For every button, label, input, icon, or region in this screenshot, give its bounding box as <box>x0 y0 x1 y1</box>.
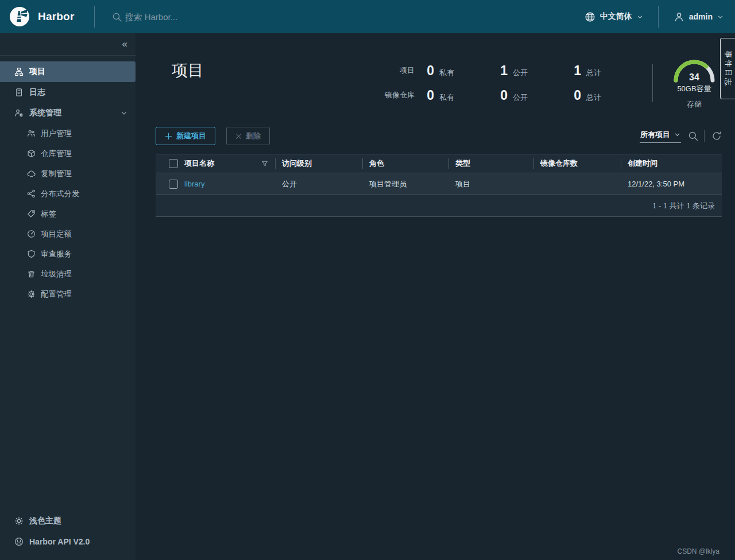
sidebar-item-administration[interactable]: 系统管理 <box>0 103 136 123</box>
select-all-checkbox[interactable] <box>169 159 178 168</box>
chevron-down-icon <box>717 14 724 20</box>
filter-icon[interactable] <box>261 160 268 167</box>
header-divider <box>94 6 95 28</box>
sun-icon <box>14 516 24 526</box>
header-divider <box>658 6 659 28</box>
stat-value: 1 <box>497 63 508 79</box>
sidebar-item-registries[interactable]: 仓库管理 <box>0 143 136 164</box>
row-checkbox[interactable] <box>169 180 178 189</box>
stat-label: 私有 <box>439 92 454 103</box>
sidebar-item-label: 浅色主题 <box>29 516 61 526</box>
table-header-row: 项目名称 访问级别 角色 类型 镜像仓库数 创建时间 <box>156 154 722 173</box>
quota-gauge-icon <box>27 230 36 238</box>
language-menu[interactable]: 中文简体 <box>585 11 643 22</box>
search-icon <box>112 12 122 22</box>
storage-capacity: 50GB容量 <box>667 84 722 94</box>
page-title: 项目 <box>172 60 204 81</box>
stat-label: 私有 <box>439 68 454 78</box>
column-header-type[interactable]: 类型 <box>448 158 533 169</box>
sidebar-item-light-theme[interactable]: 浅色主题 <box>0 511 136 531</box>
filter-selected-value: 所有项目 <box>640 130 670 140</box>
user-menu[interactable]: admin <box>674 11 724 22</box>
app-header: Harbor 中文简体 admin <box>0 0 735 33</box>
stat-value: 0 <box>424 63 434 79</box>
sidebar-item-label: 项目 <box>29 67 45 77</box>
watermark: CSDN @lklya <box>677 547 719 555</box>
cloud-replication-icon <box>27 169 36 178</box>
global-search <box>112 12 585 22</box>
storage-label: 存储 <box>667 99 722 110</box>
stat-repos-private: 0 私有 <box>424 88 488 103</box>
chevron-down-icon <box>637 14 643 20</box>
sidebar-item-harbor-api[interactable]: Harbor API V2.0 <box>0 531 136 552</box>
cell-creation-time: 12/1/22, 3:50 PM <box>621 180 722 188</box>
sidebar-item-labels[interactable]: 标签 <box>0 204 136 224</box>
gear-icon <box>27 290 36 298</box>
toolbar: 新建项目 删除 所有项目 <box>156 127 722 145</box>
sidebar-item-user-management[interactable]: 用户管理 <box>0 123 136 143</box>
storage-used-value: 34 <box>672 72 716 83</box>
stat-row-label: 项目 <box>400 65 415 76</box>
column-header-repo-count[interactable]: 镜像仓库数 <box>533 158 621 169</box>
sidebar-item-interrogation-services[interactable]: 审查服务 <box>0 244 136 264</box>
globe-icon <box>585 11 595 22</box>
sidebar-item-label: 日志 <box>29 87 45 98</box>
admin-icon <box>14 108 24 118</box>
stat-value: 0 <box>497 88 508 103</box>
sidebar-item-distributions[interactable]: 分布式分发 <box>0 184 136 204</box>
project-filter-select[interactable]: 所有项目 <box>640 130 681 143</box>
stat-projects-public: 1 公开 <box>497 63 562 79</box>
trash-icon <box>27 270 36 278</box>
stat-value: 0 <box>424 88 434 103</box>
stat-projects-private: 0 私有 <box>424 63 488 79</box>
delete-button[interactable]: 删除 <box>226 127 270 145</box>
collapse-icon: « <box>122 38 127 50</box>
record-count-summary: 1 - 1 共计 1 条记录 <box>652 201 715 211</box>
sidebar-item-projects[interactable]: 项目 <box>0 61 136 82</box>
sidebar-item-garbage-collection[interactable]: 垃圾清理 <box>0 264 136 284</box>
storage-gauge: 34 50GB容量 存储 <box>667 56 722 110</box>
stat-repos-total: 0 总计 <box>571 88 635 103</box>
stat-label: 公开 <box>513 92 528 103</box>
sidebar-item-replications[interactable]: 复制管理 <box>0 164 136 184</box>
sidebar-item-configuration[interactable]: 配置管理 <box>0 284 136 304</box>
sidebar-item-label: 配置管理 <box>41 289 72 300</box>
sidebar-item-label: 复制管理 <box>41 169 72 179</box>
project-link[interactable]: library <box>184 180 204 188</box>
sidebar-nav: 项目 日志 系统管理 <box>0 56 136 304</box>
harbor-brand[interactable]: Harbor <box>9 6 75 27</box>
users-icon <box>27 129 36 138</box>
projects-icon <box>14 67 24 76</box>
tag-icon <box>27 209 36 218</box>
column-header-role[interactable]: 角色 <box>362 158 448 169</box>
plus-icon <box>165 133 172 140</box>
sidebar-footer: 浅色主题 Harbor API V2.0 <box>0 511 136 552</box>
sidebar-item-label: 标签 <box>41 209 56 219</box>
new-project-button[interactable]: 新建项目 <box>156 127 215 145</box>
event-log-tab[interactable]: 事件日志 <box>720 38 735 99</box>
table-footer: 1 - 1 共计 1 条记录 <box>156 195 722 216</box>
column-header-name[interactable]: 项目名称 <box>177 158 275 169</box>
sidebar-item-label: 审查服务 <box>41 249 72 259</box>
sidebar-item-label: 仓库管理 <box>41 149 72 159</box>
refresh-icon[interactable] <box>711 131 722 141</box>
sidebar-item-project-quotas[interactable]: 项目定额 <box>0 224 136 244</box>
cell-role: 项目管理员 <box>362 179 448 189</box>
shield-icon <box>27 250 36 258</box>
table-row: library 公开 项目管理员 项目 12/1/22, 3:50 PM <box>156 173 722 195</box>
delete-label: 删除 <box>246 131 261 141</box>
api-icon <box>14 537 24 546</box>
user-icon <box>674 11 684 22</box>
sidebar-collapse-button[interactable]: « <box>0 33 136 56</box>
search-input[interactable] <box>125 12 309 22</box>
cube-icon <box>27 149 36 158</box>
stat-label: 总计 <box>586 92 601 103</box>
stat-row-label: 镜像仓库 <box>385 90 415 100</box>
search-icon[interactable] <box>688 131 698 141</box>
column-header-access[interactable]: 访问级别 <box>275 158 362 169</box>
username-label: admin <box>689 12 713 21</box>
stat-label: 公开 <box>513 68 528 78</box>
stats-divider <box>652 64 653 102</box>
column-header-creation-time[interactable]: 创建时间 <box>621 158 722 169</box>
sidebar-item-logs[interactable]: 日志 <box>0 82 136 103</box>
